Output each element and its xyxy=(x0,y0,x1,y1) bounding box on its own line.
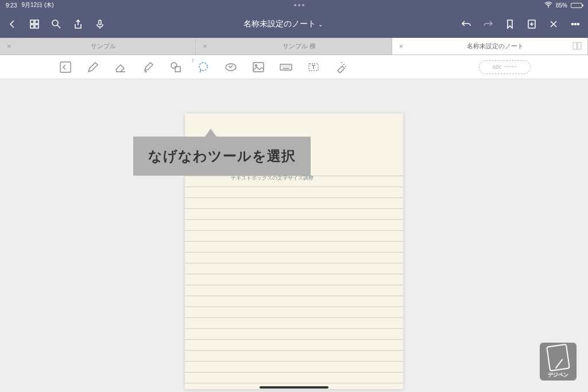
svg-point-10 xyxy=(578,24,579,25)
zoom-tool[interactable] xyxy=(57,59,74,75)
tab-close-icon[interactable]: × xyxy=(399,42,404,51)
svg-rect-6 xyxy=(99,20,101,25)
back-icon[interactable] xyxy=(7,18,18,30)
tab-sample[interactable]: × サンプル xyxy=(0,38,196,55)
status-bar: 9:23 9月12日 (木) 85% xyxy=(0,0,588,10)
battery-icon xyxy=(571,3,582,8)
search-icon[interactable] xyxy=(51,18,62,30)
svg-point-9 xyxy=(575,24,577,25)
tab-close-icon[interactable]: × xyxy=(7,42,11,51)
undo-icon[interactable] xyxy=(461,18,472,30)
canvas[interactable]: なげなわツールを選択 テキストボックスの文字サイズ調整 xyxy=(0,79,588,392)
tab-sample-wide[interactable]: × サンプル 横 xyxy=(196,38,392,55)
status-date: 9月12日 (木) xyxy=(21,1,53,9)
shape-tool[interactable] xyxy=(168,59,184,75)
battery-percent: 85% xyxy=(556,2,567,9)
status-time: 9:23 xyxy=(6,2,17,9)
svg-rect-2 xyxy=(35,20,38,24)
multitask-indicator[interactable] xyxy=(54,4,544,6)
svg-rect-18 xyxy=(253,63,264,72)
page-view-icon[interactable] xyxy=(572,42,582,51)
add-page-icon[interactable] xyxy=(526,18,537,30)
mic-icon[interactable] xyxy=(94,18,106,30)
svg-point-0 xyxy=(548,6,549,7)
svg-rect-4 xyxy=(35,25,38,28)
svg-rect-11 xyxy=(573,42,577,49)
ruler-placeholder[interactable]: abc ~~~~ xyxy=(479,60,531,74)
lasso-tool[interactable]: ᛒ xyxy=(195,59,211,75)
tab-close-icon[interactable]: × xyxy=(203,42,207,51)
svg-rect-13 xyxy=(60,62,71,72)
navigation-bar: 名称未設定のノート ⌄ xyxy=(0,10,588,38)
more-icon[interactable] xyxy=(570,18,581,30)
chevron-down-icon: ⌄ xyxy=(318,21,323,28)
stamp-tool[interactable] xyxy=(223,59,239,75)
close-icon[interactable] xyxy=(548,18,559,30)
document-title[interactable]: 名称未設定のノート ⌄ xyxy=(106,19,461,29)
laser-tool[interactable] xyxy=(333,59,349,75)
wifi-icon xyxy=(544,2,552,9)
eraser-tool[interactable] xyxy=(113,59,129,75)
svg-rect-1 xyxy=(30,20,34,24)
toolbar: ᛒ abc ~~~~ xyxy=(0,55,588,79)
svg-rect-3 xyxy=(30,25,34,28)
textbox-content[interactable]: テキストボックスの文字サイズ調整 xyxy=(231,174,314,182)
image-tool[interactable] xyxy=(250,59,266,75)
tab-untitled[interactable]: × 名称未設定のノート xyxy=(392,38,588,55)
tabs-bar: × サンプル × サンプル 横 × 名称未設定のノート xyxy=(0,38,588,55)
grid-icon[interactable] xyxy=(29,18,40,30)
redo-icon[interactable] xyxy=(482,18,494,30)
note-paper[interactable]: なげなわツールを選択 テキストボックスの文字サイズ調整 xyxy=(185,114,403,389)
svg-point-14 xyxy=(171,63,177,68)
bookmark-icon[interactable] xyxy=(504,18,516,30)
svg-point-16 xyxy=(199,63,207,71)
svg-point-5 xyxy=(52,20,58,26)
svg-rect-12 xyxy=(578,42,581,49)
watermark-logo: デジペン xyxy=(540,343,577,381)
share-icon[interactable] xyxy=(72,18,84,30)
svg-point-8 xyxy=(572,24,574,25)
callout-annotation: なげなわツールを選択 xyxy=(133,137,311,176)
svg-point-19 xyxy=(256,64,257,66)
highlighter-tool[interactable] xyxy=(140,59,156,75)
bluetooth-icon: ᛒ xyxy=(192,58,195,63)
keyboard-tool[interactable] xyxy=(278,59,294,75)
svg-rect-20 xyxy=(280,64,292,70)
textbox-tool[interactable] xyxy=(305,59,322,75)
pen-tool[interactable] xyxy=(85,59,101,75)
home-indicator[interactable] xyxy=(260,386,328,389)
